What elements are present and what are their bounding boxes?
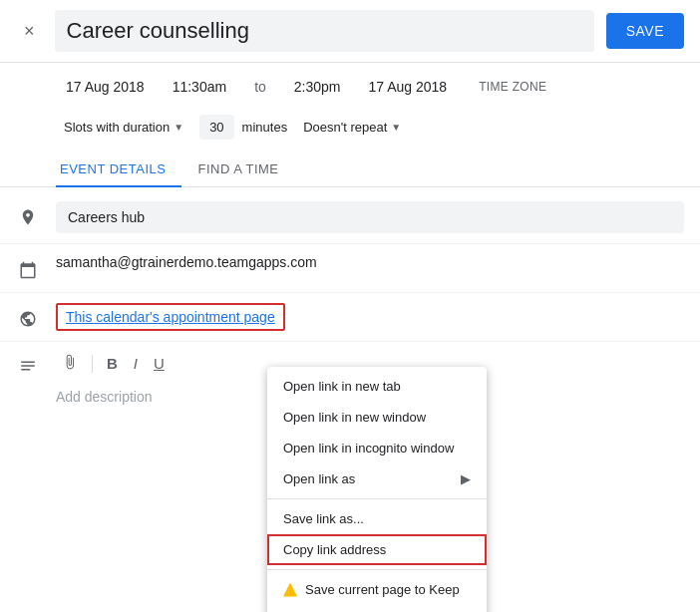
save-button[interactable]: SAVE bbox=[606, 13, 684, 49]
location-content bbox=[56, 201, 684, 233]
end-time-chip[interactable]: 2:30pm bbox=[284, 73, 351, 101]
location-icon bbox=[16, 205, 40, 229]
appointment-link-content: This calendar's appointment page bbox=[56, 303, 684, 331]
menu-separator-2 bbox=[267, 569, 487, 570]
start-time-chip[interactable]: 11:30am bbox=[163, 73, 236, 101]
menu-open-new-tab[interactable]: Open link in new tab bbox=[267, 371, 487, 402]
keep-icon bbox=[283, 583, 297, 597]
description-icon bbox=[16, 354, 40, 378]
calendar-email: samantha@gtrainerdemo.teamgapps.com bbox=[56, 248, 317, 276]
calendar-email-content: samantha@gtrainerdemo.teamgapps.com bbox=[56, 254, 684, 270]
end-date-chip[interactable]: 17 Aug 2018 bbox=[359, 73, 458, 101]
start-date-chip[interactable]: 17 Aug 2018 bbox=[56, 73, 155, 101]
appointment-link-row: This calendar's appointment page bbox=[0, 293, 700, 342]
app-header: × SAVE bbox=[0, 0, 700, 63]
tab-event-details[interactable]: EVENT DETAILS bbox=[56, 152, 181, 186]
close-button[interactable]: × bbox=[16, 17, 43, 46]
bold-button[interactable]: B bbox=[101, 351, 124, 376]
datetime-row: 17 Aug 2018 11:30am to 2:30pm 17 Aug 201… bbox=[0, 63, 700, 111]
menu-open-new-window[interactable]: Open link in new window bbox=[267, 402, 487, 433]
duration-unit-label: minutes bbox=[242, 120, 288, 135]
italic-button[interactable]: I bbox=[128, 351, 144, 376]
menu-inspect[interactable]: Inspect Ctrl+Shift+I bbox=[267, 605, 487, 612]
menu-separator-1 bbox=[267, 498, 487, 499]
repeat-label: Doesn't repeat bbox=[303, 120, 387, 135]
menu-save-keep[interactable]: Save current page to Keep bbox=[267, 574, 487, 605]
timezone-button[interactable]: TIME ZONE bbox=[469, 74, 556, 100]
attachment-button[interactable] bbox=[56, 350, 84, 377]
repeat-dropdown[interactable]: Doesn't repeat ▼ bbox=[295, 115, 409, 140]
calendar-row: samantha@gtrainerdemo.teamgapps.com bbox=[0, 244, 700, 293]
tabs-bar: EVENT DETAILS FIND A TIME bbox=[0, 152, 700, 187]
to-label: to bbox=[244, 73, 276, 101]
menu-save-link[interactable]: Save link as... bbox=[267, 503, 487, 534]
menu-open-incognito[interactable]: Open link in incognito window bbox=[267, 433, 487, 463]
tab-find-a-time[interactable]: FIND A TIME bbox=[193, 152, 294, 186]
location-input[interactable] bbox=[56, 201, 684, 233]
location-row bbox=[0, 191, 700, 244]
slots-arrow-icon: ▼ bbox=[174, 122, 183, 133]
globe-icon bbox=[16, 307, 40, 331]
calendar-icon bbox=[16, 258, 40, 282]
toolbar-separator bbox=[92, 355, 93, 373]
slots-dropdown[interactable]: Slots with duration ▼ bbox=[56, 115, 191, 140]
repeat-arrow-icon: ▼ bbox=[391, 122, 401, 133]
open-link-as-arrow-icon: ▶ bbox=[461, 471, 471, 486]
slots-label: Slots with duration bbox=[64, 120, 170, 135]
appointment-page-link[interactable]: This calendar's appointment page bbox=[56, 303, 285, 331]
menu-copy-link[interactable]: Copy link address bbox=[267, 534, 487, 565]
underline-button[interactable]: U bbox=[148, 351, 171, 376]
context-menu: Open link in new tab Open link in new wi… bbox=[267, 367, 487, 612]
event-title-input[interactable] bbox=[55, 10, 594, 52]
duration-value[interactable]: 30 bbox=[199, 115, 233, 140]
menu-open-link-as[interactable]: Open link as ▶ bbox=[267, 463, 487, 494]
slots-row: Slots with duration ▼ 30 minutes Doesn't… bbox=[0, 111, 700, 152]
